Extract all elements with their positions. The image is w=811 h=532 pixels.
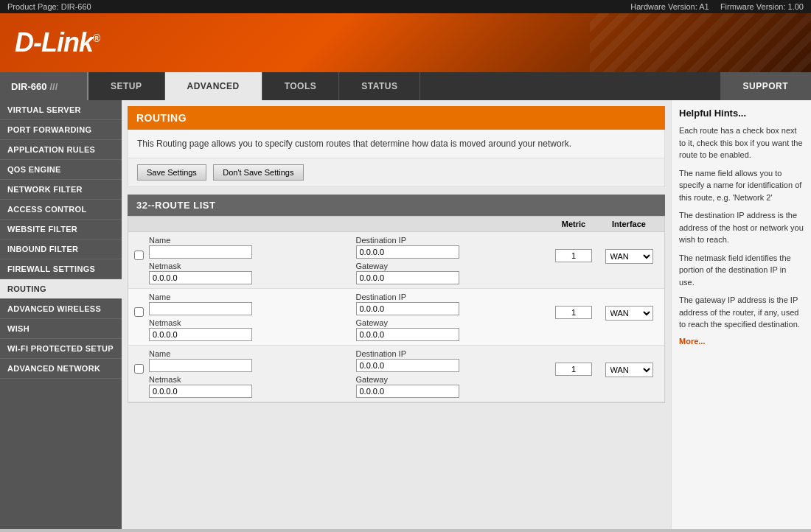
route-metric-1: [548, 236, 599, 262]
destip-input-2[interactable]: [356, 302, 459, 315]
sidebar-item-wifi-protected[interactable]: WI-FI PROTECTED SETUP: [0, 339, 122, 359]
field-group-gateway-2: Gateway: [356, 318, 549, 341]
destip-input-1[interactable]: [356, 245, 459, 259]
top-bar: Product Page: DIR-660 Hardware Version: …: [0, 0, 811, 13]
gateway-input-1[interactable]: [356, 271, 459, 284]
gateway-input-3[interactable]: [356, 385, 459, 398]
hints-panel: Helpful Hints... Each route has a check …: [671, 100, 811, 529]
name-input-1[interactable]: [149, 245, 252, 259]
field-group-gateway-3: Gateway: [356, 375, 549, 398]
tab-advanced[interactable]: ADVANCED: [165, 72, 262, 100]
sidebar-item-inbound-filter[interactable]: INBOUND FILTER: [0, 239, 122, 259]
destip-label-1: Destination IP: [356, 236, 549, 245]
hints-more-link[interactable]: More...: [679, 337, 804, 346]
route-interface-2: WAN LAN: [599, 293, 658, 321]
name-label-2: Name: [149, 293, 341, 301]
sidebar-item-advanced-network[interactable]: ADVANCED NETWORK: [0, 359, 122, 379]
sidebar-item-advanced-wireless[interactable]: ADVANCED WIRELESS: [0, 299, 122, 319]
field-group-destip-2: Destination IP: [356, 293, 549, 315]
route-checkbox-3[interactable]: [134, 349, 149, 376]
netmask-input-1[interactable]: [149, 271, 252, 284]
sidebar-item-wish[interactable]: WISH: [0, 319, 122, 339]
col-header-metric: Metric: [548, 220, 599, 228]
field-group-name-2: Name: [149, 293, 341, 315]
name-input-2[interactable]: [149, 302, 252, 315]
hints-para-3: The netmask field identifies the portion…: [679, 252, 804, 289]
sidebar-item-routing[interactable]: ROUTING: [0, 279, 122, 299]
route-fields-1: Name Destination IP Netmask Gateway: [149, 236, 548, 284]
hints-para-0: Each route has a check box next to it, c…: [679, 125, 804, 161]
checkbox-2[interactable]: [134, 307, 144, 317]
field-group-netmask-3: Netmask: [149, 375, 341, 398]
tab-support[interactable]: SUPPORT: [720, 72, 811, 100]
netmask-label-1: Netmask: [149, 262, 341, 270]
nav-tabs: DIR-660 /// SETUP ADVANCED TOOLS STATUS …: [0, 72, 811, 100]
checkbox-3[interactable]: [134, 364, 144, 374]
nav-brand: DIR-660 ///: [0, 72, 88, 100]
route-fields-2: Name Destination IP Netmask Gateway: [149, 293, 548, 341]
route-list-header: 32--ROUTE LIST: [128, 195, 665, 216]
checkbox-1[interactable]: [134, 251, 144, 260]
sidebar-item-port-forwarding[interactable]: PORT FORWARDING: [0, 120, 122, 140]
metric-input-2[interactable]: [555, 306, 592, 319]
gateway-label-2: Gateway: [356, 318, 549, 327]
save-settings-button[interactable]: Save Settings: [137, 164, 206, 181]
field-group-gateway-1: Gateway: [356, 262, 549, 284]
route-checkbox-2[interactable]: [134, 293, 149, 319]
route-interface-3: WAN LAN: [599, 349, 658, 377]
gateway-label-1: Gateway: [356, 262, 549, 270]
netmask-input-3[interactable]: [149, 385, 252, 398]
sidebar-item-access-control[interactable]: ACCESS CONTROL: [0, 200, 122, 220]
sidebar-item-virtual-server[interactable]: VIRTUAL SERVER: [0, 100, 122, 120]
tab-setup[interactable]: SETUP: [88, 72, 165, 100]
netmask-label-2: Netmask: [149, 318, 341, 327]
header: D-Link®: [0, 13, 811, 72]
destip-label-3: Destination IP: [356, 349, 549, 358]
main-layout: VIRTUAL SERVER PORT FORWARDING APPLICATI…: [0, 100, 811, 529]
table-row: Name Destination IP Netmask Gateway: [128, 289, 664, 346]
field-group-name-3: Name: [149, 349, 341, 372]
sidebar-item-qos-engine[interactable]: QOS ENGINE: [0, 160, 122, 180]
product-label: Product Page: DIR-660: [7, 2, 91, 11]
button-row: Save Settings Don't Save Settings: [128, 158, 665, 187]
field-group-name-1: Name: [149, 236, 341, 259]
table-row: Name Destination IP Netmask Gateway: [128, 232, 664, 289]
name-label-3: Name: [149, 349, 341, 358]
field-group-netmask-1: Netmask: [149, 262, 341, 284]
name-input-3[interactable]: [149, 359, 252, 372]
sidebar-item-application-rules[interactable]: APPLICATION RULES: [0, 140, 122, 160]
interface-select-3[interactable]: WAN LAN: [605, 363, 653, 377]
field-group-destip-1: Destination IP: [356, 236, 549, 259]
logo: D-Link®: [15, 27, 100, 58]
sidebar-item-network-filter[interactable]: NETWORK FILTER: [0, 180, 122, 200]
route-col-headers: Metric Interface: [128, 217, 664, 232]
table-row: Name Destination IP Netmask Gateway: [128, 346, 664, 402]
destip-label-2: Destination IP: [356, 293, 549, 301]
interface-select-2[interactable]: WAN LAN: [605, 306, 653, 321]
route-checkbox-1[interactable]: [134, 236, 149, 262]
metric-input-3[interactable]: [555, 363, 592, 376]
routing-header: ROUTING: [128, 106, 665, 130]
netmask-input-2[interactable]: [149, 328, 252, 341]
route-metric-2: [548, 293, 599, 319]
gateway-label-3: Gateway: [356, 375, 549, 384]
content-area: ROUTING This Routing page allows you to …: [122, 100, 671, 529]
tab-status[interactable]: STATUS: [339, 72, 420, 100]
metric-input-1[interactable]: [555, 249, 592, 262]
dont-save-settings-button[interactable]: Don't Save Settings: [213, 164, 303, 181]
sidebar-item-firewall-settings[interactable]: FIREWALL SETTINGS: [0, 259, 122, 279]
hints-title: Helpful Hints...: [679, 108, 804, 119]
gateway-input-2[interactable]: [356, 328, 459, 341]
destip-input-3[interactable]: [356, 359, 459, 372]
route-metric-3: [548, 349, 599, 376]
name-label-1: Name: [149, 236, 341, 245]
version-info: Hardware Version: A1 Firmware Version: 1…: [630, 2, 804, 11]
sidebar: VIRTUAL SERVER PORT FORWARDING APPLICATI…: [0, 100, 122, 529]
interface-select-1[interactable]: WAN LAN: [605, 249, 653, 264]
route-table: Metric Interface Name Destination IP: [128, 216, 665, 403]
tab-tools[interactable]: TOOLS: [262, 72, 340, 100]
route-fields-3: Name Destination IP Netmask Gateway: [149, 349, 548, 398]
sidebar-item-website-filter[interactable]: WEBSITE FILTER: [0, 220, 122, 239]
routing-description: This Routing page allows you to specify …: [128, 130, 665, 158]
netmask-label-3: Netmask: [149, 375, 341, 384]
